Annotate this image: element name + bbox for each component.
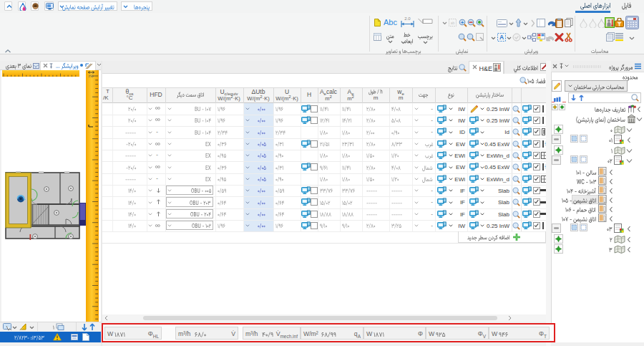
svg-text:2.0: 2.0 <box>404 16 411 21</box>
svg-text:ab: ab <box>451 21 455 25</box>
svg-text:A: A <box>499 34 504 41</box>
svg-text:+: + <box>461 20 464 25</box>
